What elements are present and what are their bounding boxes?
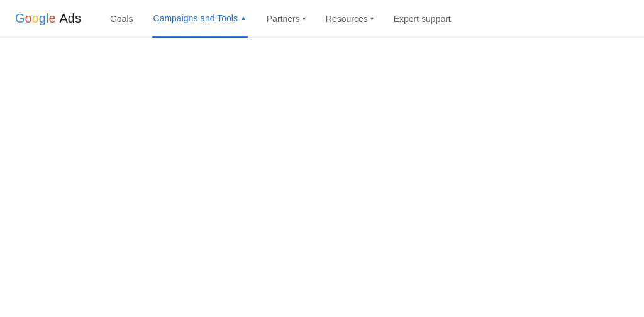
nav-items: Goals Campaigns and Tools ▲ Partners ▾ R… bbox=[109, 0, 452, 38]
logo: Google Ads bbox=[15, 11, 81, 26]
logo-ads: Ads bbox=[60, 11, 81, 26]
nav-item-resources[interactable]: Resources ▾ bbox=[325, 0, 375, 38]
chevron-down-icon: ▾ bbox=[303, 15, 306, 22]
chevron-up-icon: ▲ bbox=[240, 14, 247, 21]
nav-wrapper: Google Ads Goals Campaigns and Tools ▲ P… bbox=[0, 0, 644, 38]
logo-google: Google bbox=[15, 11, 56, 26]
nav-item-goals[interactable]: Goals bbox=[109, 0, 135, 38]
nav-item-expert-support[interactable]: Expert support bbox=[392, 0, 452, 38]
chevron-down-icon: ▾ bbox=[370, 15, 374, 22]
nav-item-partners[interactable]: Partners ▾ bbox=[265, 0, 307, 38]
nav-item-campaigns-and-tools[interactable]: Campaigns and Tools ▲ bbox=[152, 0, 248, 38]
navbar: Google Ads Goals Campaigns and Tools ▲ P… bbox=[0, 0, 644, 38]
